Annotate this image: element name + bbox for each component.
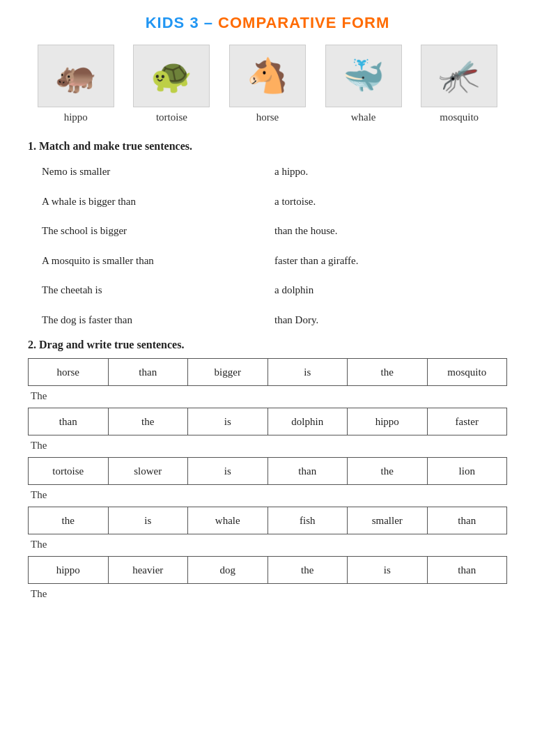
word-cell[interactable]: than (428, 507, 507, 534)
word-cell[interactable]: the (348, 359, 428, 385)
word-table-0: horsethanbiggeristhemosquito (28, 358, 507, 386)
word-table-3: theiswhalefishsmallerthan (28, 507, 507, 534)
match-right-item: faster than a giraffe. (274, 249, 507, 273)
word-cell[interactable]: is (188, 408, 268, 435)
drag-group-3: theiswhalefishsmallerthanThe (28, 507, 507, 550)
word-cell[interactable]: dog (188, 557, 268, 583)
animal-label-whale: whale (351, 111, 376, 123)
drag-group-4: hippoheavierdogtheisthanThe (28, 556, 507, 600)
word-cell[interactable]: the (268, 557, 348, 583)
word-cell[interactable]: is (268, 359, 348, 385)
word-cell[interactable]: than (29, 408, 109, 435)
word-cell[interactable]: the (109, 408, 189, 435)
animal-image-horse: 🐴 (229, 45, 306, 107)
word-cell[interactable]: hippo (29, 557, 109, 583)
word-cell[interactable]: than (428, 557, 507, 583)
word-cell[interactable]: than (268, 458, 348, 484)
animal-image-mosquito: 🦟 (421, 45, 497, 107)
word-cell[interactable]: horse (29, 359, 109, 385)
word-table-1: thantheisdolphinhippofaster (28, 408, 507, 435)
word-cell[interactable]: mosquito (428, 359, 507, 385)
section1-title: 1. Match and make true sentences. (28, 140, 507, 153)
matching-section: Nemo is smallerA whale is bigger thanThe… (42, 160, 507, 332)
animals-row: 🦛hippo🐢tortoise🐴horse🐳whale🦟mosquito (28, 45, 507, 123)
word-cell[interactable]: the (348, 458, 428, 484)
animal-label-mosquito: mosquito (440, 111, 479, 123)
animal-item-horse: 🐴horse (229, 45, 306, 123)
match-left-item: The school is bigger (42, 219, 274, 243)
word-cell[interactable]: lion (428, 458, 507, 484)
match-right-item: a dolphin (274, 278, 507, 302)
match-left-item: The cheetah is (42, 278, 274, 302)
word-cell[interactable]: bigger (188, 359, 268, 385)
animal-label-hippo: hippo (64, 111, 88, 123)
animal-image-tortoise: 🐢 (133, 45, 210, 107)
word-table-2: tortoisesloweristhanthelion (28, 457, 507, 485)
drag-group-0: horsethanbiggeristhemosquitoThe (28, 358, 507, 402)
word-cell[interactable]: fish (268, 507, 348, 534)
word-cell[interactable]: slower (109, 458, 189, 484)
sentence-prefix-0: The (31, 390, 507, 402)
word-cell[interactable]: faster (428, 408, 507, 435)
match-right-item: than the house. (274, 219, 507, 243)
match-left-item: The dog is faster than (42, 308, 274, 332)
word-cell[interactable]: is (109, 507, 189, 534)
match-right-item: a hippo. (274, 160, 507, 184)
word-cell[interactable]: whale (188, 507, 268, 534)
word-cell[interactable]: is (348, 557, 428, 583)
animal-item-whale: 🐳whale (325, 45, 402, 123)
drag-section: horsethanbiggeristhemosquitoThethantheis… (28, 358, 507, 600)
animal-label-horse: horse (256, 111, 279, 123)
match-right-item: a tortoise. (274, 190, 507, 214)
animal-image-whale: 🐳 (325, 45, 402, 107)
match-left-item: Nemo is smaller (42, 160, 274, 184)
page-title: KIDS 3 – COMPARATIVE FORM (28, 14, 507, 32)
match-left-item: A mosquito is smaller than (42, 249, 274, 273)
section2-title: 2. Drag and write true sentences. (28, 339, 507, 351)
drag-group-1: thantheisdolphinhippofasterThe (28, 408, 507, 452)
word-cell[interactable]: dolphin (268, 408, 348, 435)
sentence-prefix-3: The (31, 539, 507, 550)
match-right-item: than Dory. (274, 308, 507, 332)
word-cell[interactable]: than (109, 359, 189, 385)
animal-image-hippo: 🦛 (38, 45, 114, 107)
match-left-item: A whale is bigger than (42, 190, 274, 214)
title-part2: COMPARATIVE FORM (218, 14, 389, 31)
word-cell[interactable]: heavier (109, 557, 189, 583)
word-cell[interactable]: tortoise (29, 458, 109, 484)
sentence-prefix-2: The (31, 489, 507, 501)
word-table-4: hippoheavierdogtheisthan (28, 556, 507, 584)
word-cell[interactable]: is (188, 458, 268, 484)
match-right: a hippo.a tortoise.than the house.faster… (274, 160, 507, 332)
word-cell[interactable]: hippo (348, 408, 428, 435)
sentence-prefix-4: The (31, 588, 507, 600)
animal-item-tortoise: 🐢tortoise (133, 45, 210, 123)
animal-item-hippo: 🦛hippo (38, 45, 114, 123)
match-left: Nemo is smallerA whale is bigger thanThe… (42, 160, 274, 332)
sentence-prefix-1: The (31, 440, 507, 452)
word-cell[interactable]: smaller (348, 507, 428, 534)
animal-item-mosquito: 🦟mosquito (421, 45, 497, 123)
drag-group-2: tortoisesloweristhanthelionThe (28, 457, 507, 501)
animal-label-tortoise: tortoise (156, 111, 187, 123)
title-part1: KIDS 3 – (146, 14, 218, 31)
word-cell[interactable]: the (29, 507, 109, 534)
